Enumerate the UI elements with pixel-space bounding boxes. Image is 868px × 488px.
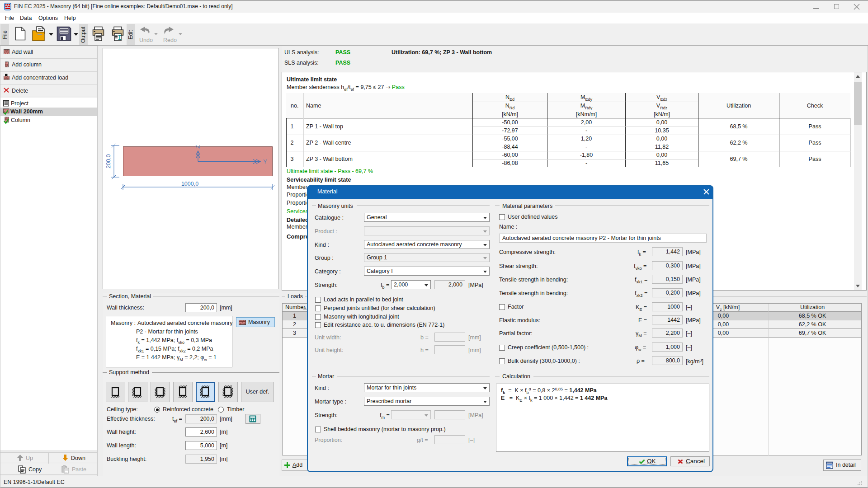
- svg-text:Z: Z: [194, 145, 201, 149]
- svg-text:Y: Y: [263, 158, 267, 165]
- svg-text:1000,0: 1000,0: [181, 181, 198, 187]
- svg-text:200,0: 200,0: [105, 154, 112, 168]
